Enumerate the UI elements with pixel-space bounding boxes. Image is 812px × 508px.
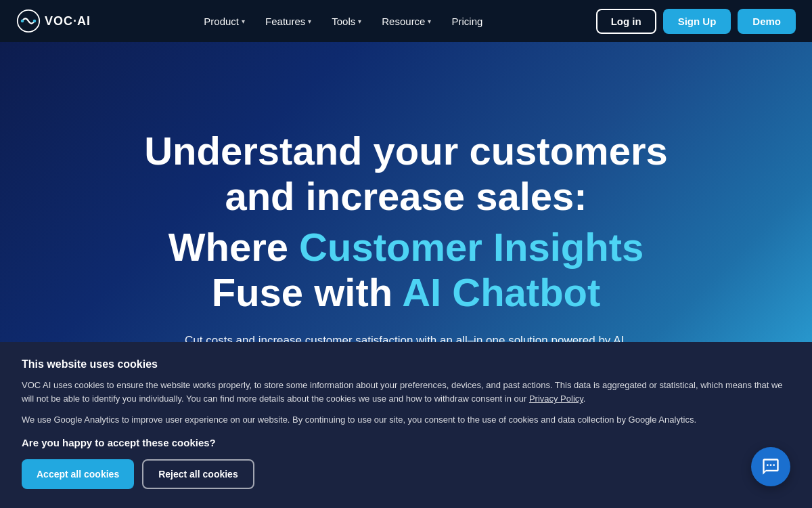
- nav-item-product[interactable]: Product ▾: [196, 10, 253, 33]
- svg-point-4: [770, 464, 772, 466]
- chevron-down-icon: ▾: [242, 18, 245, 25]
- cookie-body-text: VOC AI uses cookies to ensure the websit…: [22, 379, 790, 407]
- chevron-down-icon: ▾: [428, 18, 431, 25]
- reject-cookies-button[interactable]: Reject all cookies: [142, 459, 254, 489]
- svg-point-5: [773, 464, 775, 466]
- hero-title-line2: and increase sales:: [225, 174, 587, 219]
- nav-item-pricing[interactable]: Pricing: [443, 10, 491, 33]
- chat-icon: [761, 457, 780, 476]
- cookie-banner: This website uses cookies VOC AI uses co…: [0, 342, 812, 508]
- nav-item-resource[interactable]: Resource ▾: [374, 10, 439, 33]
- chevron-down-icon: ▾: [358, 18, 361, 25]
- cookie-analytics-text: We use Google Analytics to improve user …: [22, 413, 790, 427]
- svg-point-1: [21, 20, 24, 23]
- nav-item-tools[interactable]: Tools ▾: [323, 10, 369, 33]
- hero-title-line1: Understand your customers: [144, 129, 668, 174]
- svg-point-2: [33, 20, 37, 23]
- cookie-buttons: Accept all cookies Reject all cookies: [22, 459, 790, 489]
- brand-name: VOC·AI: [45, 14, 91, 28]
- privacy-policy-link[interactable]: Privacy Policy: [529, 394, 583, 404]
- nav-item-features[interactable]: Features ▾: [257, 10, 319, 33]
- hero-title-row4: Fuse with AI Chatbot: [212, 270, 601, 316]
- login-button[interactable]: Log in: [596, 9, 656, 34]
- accept-cookies-button[interactable]: Accept all cookies: [22, 459, 134, 489]
- nav-actions: Log in Sign Up Demo: [596, 9, 796, 34]
- hero-title-row3: Where Customer Insights: [168, 225, 644, 270]
- cookie-question: Are you happy to accept these cookies?: [22, 437, 790, 448]
- demo-button[interactable]: Demo: [738, 9, 796, 34]
- svg-point-3: [767, 464, 769, 466]
- chevron-down-icon: ▾: [308, 18, 311, 25]
- brand-logo[interactable]: VOC·AI: [16, 9, 91, 33]
- cookie-title: This website uses cookies: [22, 358, 790, 371]
- navbar: VOC·AI Product ▾ Features ▾ Tools ▾ Reso…: [0, 0, 812, 42]
- signup-button[interactable]: Sign Up: [663, 9, 731, 34]
- nav-links: Product ▾ Features ▾ Tools ▾ Resource ▾ …: [196, 10, 491, 33]
- chat-button[interactable]: [751, 447, 790, 486]
